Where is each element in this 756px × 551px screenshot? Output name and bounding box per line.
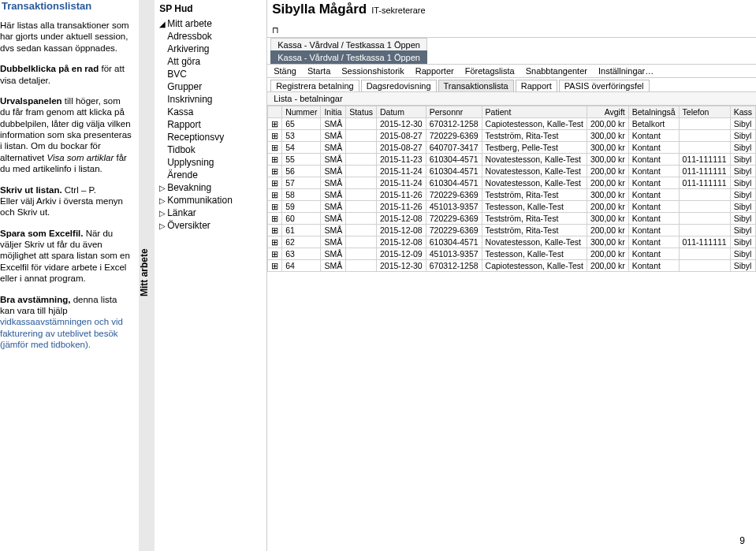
- table-row[interactable]: ⊞56SMÅ2015-11-24610304-4571Novatestesson…: [268, 166, 756, 177]
- menu-st-ng[interactable]: Stäng: [274, 66, 296, 76]
- nav-item-ärende[interactable]: Ärende: [159, 169, 262, 181]
- cell: 720229-6369: [426, 130, 482, 142]
- cell: [346, 189, 377, 201]
- nav-item-kassa[interactable]: Kassa: [159, 106, 262, 118]
- cell: SMÅ: [321, 248, 346, 260]
- col-status[interactable]: Status: [346, 106, 377, 118]
- col-kass[interactable]: Kass: [730, 106, 755, 118]
- expand-icon[interactable]: ⊞: [268, 118, 282, 130]
- vertical-tab-mitt-arbete[interactable]: Mitt arbete: [139, 0, 155, 551]
- table-row[interactable]: ⊞65SMÅ2015-12-30670312-1258Capiotestesso…: [268, 118, 756, 130]
- cell: SMÅ: [321, 130, 346, 142]
- nav-section-länkar[interactable]: ▷Länkar: [159, 207, 262, 219]
- menu-snabbtangenter[interactable]: Snabbtangenter: [526, 66, 587, 76]
- tab-kassa-1[interactable]: Kassa - Vårdval / Testkassa 1 Öppen: [270, 38, 427, 51]
- cell: 2015-11-26: [376, 201, 426, 213]
- menu-row: StängStartaSessionshistorikRapporterFöre…: [267, 64, 756, 78]
- expand-icon[interactable]: ⊞: [268, 142, 282, 154]
- table-row[interactable]: ⊞63SMÅ2015-12-09451013-9357Testesson, Ka…: [268, 248, 756, 260]
- cell: 451013-9357: [426, 248, 482, 260]
- cell: Kontant: [628, 189, 679, 201]
- table-row[interactable]: ⊞58SMÅ2015-11-26720229-6369Testström, Ri…: [268, 189, 756, 201]
- nav-section-kommunikation[interactable]: ▷Kommunikation: [159, 194, 262, 207]
- user-role: IT-sekreterare: [371, 6, 425, 15]
- cell: [679, 260, 730, 272]
- subtab-pasis-verf-ringsfel[interactable]: PASIS överföringsfel: [559, 80, 650, 91]
- transaction-grid[interactable]: NummerInitiaStatusDatumPersonnrPatientAv…: [267, 106, 756, 551]
- col-expand[interactable]: [268, 106, 282, 118]
- subtab-transaktionslista[interactable]: Transaktionslista: [438, 80, 514, 91]
- tab-kassa-1-active[interactable]: Kassa - Vårdval / Testkassa 1 Öppen: [270, 50, 427, 64]
- table-row[interactable]: ⊞53SMÅ2015-08-27720229-6369Testström, Ri…: [268, 130, 756, 142]
- doc-p-print: Skriv ut listan. Ctrl – P. Eller välj Ar…: [0, 184, 132, 218]
- nav-item-inskrivning[interactable]: Inskrivning: [159, 93, 262, 106]
- cell: 64: [282, 260, 321, 272]
- expand-icon[interactable]: ⊞: [268, 201, 282, 213]
- expand-icon[interactable]: ⊞: [268, 225, 282, 236]
- cell: 610304-4571: [426, 236, 482, 248]
- expand-icon[interactable]: ⊞: [268, 189, 282, 201]
- col-personnr[interactable]: Personnr: [426, 106, 482, 118]
- cell: SMÅ: [321, 177, 346, 189]
- col-telefon[interactable]: Telefon: [679, 106, 730, 118]
- cell: SMÅ: [321, 260, 346, 272]
- cell: 2015-08-27: [376, 130, 426, 142]
- nav-item-arkivering[interactable]: Arkivering: [159, 43, 262, 55]
- nav-item-adressbok[interactable]: Adressbok: [159, 30, 262, 43]
- subtab-rapport[interactable]: Rapport: [516, 80, 557, 91]
- col-betalningså[interactable]: Betalningså: [628, 106, 679, 118]
- nav-section-översikter[interactable]: ▷Översikter: [159, 219, 262, 232]
- cell: 2015-12-30: [376, 260, 426, 272]
- cell: 2015-12-08: [376, 225, 426, 236]
- col-datum[interactable]: Datum: [376, 106, 426, 118]
- cell: [346, 142, 377, 154]
- expand-icon[interactable]: ⊞: [268, 154, 282, 166]
- nav-panel: SP Hud ◢Mitt arbete AdressbokArkiveringA…: [155, 0, 266, 551]
- table-row[interactable]: ⊞62SMÅ2015-12-08610304-4571Novatestesson…: [268, 236, 756, 248]
- menu-inst-llningar-[interactable]: Inställningar…: [598, 66, 654, 76]
- table-row[interactable]: ⊞57SMÅ2015-11-24610304-4571Novatestesson…: [268, 177, 756, 189]
- menu-sessionshistorik[interactable]: Sessionshistorik: [341, 66, 404, 76]
- cell: Kontant: [628, 260, 679, 272]
- col-patient[interactable]: Patient: [482, 106, 587, 118]
- nav-item-upplysning[interactable]: Upplysning: [159, 156, 262, 169]
- expand-icon[interactable]: ⊞: [268, 130, 282, 142]
- cell: Sibyl: [730, 177, 755, 189]
- nav-item-rapport[interactable]: Rapport: [159, 118, 262, 131]
- expand-icon[interactable]: ⊞: [268, 248, 282, 260]
- subtab-registrera-betalning[interactable]: Registrera betalning: [270, 80, 359, 91]
- menu-rapporter[interactable]: Rapporter: [415, 66, 454, 76]
- expand-icon[interactable]: ⊞: [268, 177, 282, 189]
- table-row[interactable]: ⊞55SMÅ2015-11-23610304-4571Novatestesson…: [268, 154, 756, 166]
- cell: Sibyl: [730, 236, 755, 248]
- col-nummer[interactable]: Nummer: [282, 106, 321, 118]
- table-row[interactable]: ⊞64SMÅ2015-12-30670312-1258Capiotestesso…: [268, 260, 756, 272]
- nav-item-att göra[interactable]: Att göra: [159, 55, 262, 68]
- menu-f-retagslista[interactable]: Företagslista: [465, 66, 515, 76]
- cell: Sibyl: [730, 260, 755, 272]
- pin-icon[interactable]: ⊓: [272, 25, 279, 35]
- doc-title: Transaktionslistan: [0, 0, 132, 12]
- nav-item-tidbok[interactable]: Tidbok: [159, 143, 262, 156]
- expand-icon[interactable]: ⊞: [268, 166, 282, 177]
- nav-section-bevakning[interactable]: ▷Bevakning: [159, 181, 262, 194]
- menu-starta[interactable]: Starta: [307, 66, 330, 76]
- table-row[interactable]: ⊞54SMÅ2015-08-27640707-3417Testberg, Pel…: [268, 142, 756, 154]
- nav-item-bvc[interactable]: BVC: [159, 68, 262, 80]
- cell: 670312-1258: [426, 260, 482, 272]
- table-row[interactable]: ⊞59SMÅ2015-11-26451013-9357Testesson, Ka…: [268, 201, 756, 213]
- expand-icon[interactable]: ⊞: [268, 236, 282, 248]
- table-row[interactable]: ⊞61SMÅ2015-12-08720229-6369Testström, Ri…: [268, 225, 756, 236]
- table-row[interactable]: ⊞60SMÅ2015-12-08720229-6369Testström, Ri…: [268, 213, 756, 225]
- nav-root[interactable]: ◢Mitt arbete: [159, 17, 262, 30]
- col-initia[interactable]: Initia: [321, 106, 346, 118]
- nav-item-grupper[interactable]: Grupper: [159, 80, 262, 93]
- cell: SMÅ: [321, 225, 346, 236]
- col-avgift[interactable]: Avgift: [587, 106, 628, 118]
- nav-item-receptionsvy[interactable]: Receptionsvy: [159, 131, 262, 143]
- expand-icon[interactable]: ⊞: [268, 260, 282, 272]
- subtab-dagsredovisning[interactable]: Dagsredovisning: [361, 80, 437, 91]
- cell: Testesson, Kalle-Test: [482, 201, 587, 213]
- expand-icon[interactable]: ⊞: [268, 213, 282, 225]
- cell: 011-111111: [679, 166, 730, 177]
